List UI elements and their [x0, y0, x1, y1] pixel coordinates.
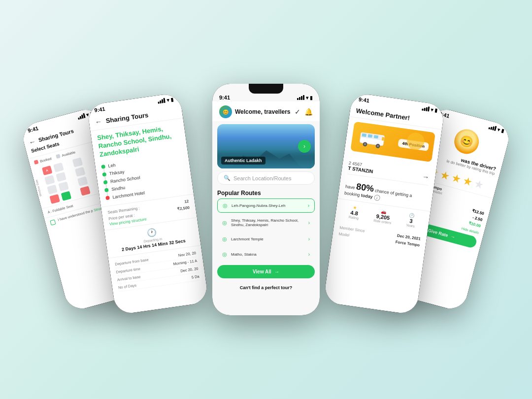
svg-rect-7 — [362, 133, 367, 136]
info-icon[interactable]: i — [373, 195, 380, 201]
route-arrow-3: › — [308, 236, 310, 242]
route-text-4: Matho, Stakna — [231, 252, 304, 257]
battery-right2: ▮ — [500, 128, 505, 133]
stat-rating-label: Rating — [348, 215, 359, 220]
seat-avail-3[interactable] — [53, 163, 64, 172]
center-header-left: 😊 Welcome, travellers — [219, 105, 291, 118]
stop-name-leh: Leh — [108, 163, 116, 168]
check-icon[interactable]: ✓ — [295, 108, 300, 116]
stop-name-sindhu: Sindhu — [111, 185, 126, 192]
wifi-center: ▾ — [306, 95, 308, 100]
svg-rect-8 — [368, 134, 373, 137]
understood-checkbox[interactable] — [50, 220, 56, 226]
star-4[interactable]: ★ — [462, 174, 474, 189]
seat-avail-6[interactable] — [72, 157, 83, 167]
available-dot — [56, 154, 61, 159]
stop-name-thiksay: Thiksay — [109, 169, 125, 176]
time-right1: 9:41 — [358, 96, 369, 103]
back-arrow-left2[interactable]: ← — [95, 117, 102, 126]
stat-years-label: Years — [406, 223, 415, 228]
route-item-4[interactable]: ◎ Matho, Stakna › — [217, 248, 315, 261]
seat-avail-4[interactable] — [56, 172, 66, 182]
center-header: 😊 Welcome, travellers ✓ 🔔 — [212, 101, 320, 121]
route-item-3[interactable]: ◎ Larchmont Temple › — [217, 233, 315, 246]
give-rate-arrow: → — [450, 234, 456, 240]
available-label: Available — [62, 150, 76, 157]
bell-icon[interactable]: 🔔 — [304, 108, 313, 116]
hero-play-button[interactable]: › — [298, 140, 311, 153]
time-left2: 9:41 — [94, 106, 105, 113]
hero-label: Authentic Ladakh — [221, 157, 266, 165]
route-arrow-2: › — [308, 220, 310, 226]
signal-right2 — [488, 124, 497, 131]
give-rate-text: Give Rate — [428, 228, 449, 238]
seat-selected-1[interactable] — [61, 191, 72, 201]
partner-banner: 4th Position — [350, 122, 435, 163]
driver-avatar: 😊 — [451, 127, 481, 157]
today-text: today — [361, 193, 373, 199]
view-all-button[interactable]: View All → — [217, 265, 315, 278]
route-icon-1: ◎ — [223, 202, 228, 209]
status-icons-center: ▾ ▮ — [297, 95, 313, 100]
booked-dot — [34, 160, 39, 165]
stat-orders: 🚗 9,205 Ride orders — [373, 208, 393, 225]
route-text-2: Shey, Thiksay, Hemis, Rancho School, Sin… — [231, 218, 304, 227]
star-2[interactable]: ★ — [438, 168, 451, 183]
stat-rating: ★ 4.8 Rating — [348, 204, 360, 220]
notch-center — [249, 84, 283, 94]
user-avatar: 😊 — [219, 105, 232, 118]
stat-years: 🕐 3 Years — [406, 212, 417, 228]
seat-avail-8[interactable] — [77, 176, 88, 186]
signal-bars-left1 — [77, 113, 86, 120]
seat-booked-3[interactable] — [80, 186, 91, 196]
window-side-label: Window Side — [35, 179, 42, 197]
route-icon-2: ◎ — [222, 220, 227, 226]
wifi-right1: ▾ — [431, 106, 433, 112]
route-text-3: Larchmont Temple — [231, 237, 304, 241]
battery-left2: ▮ — [170, 97, 173, 102]
no-days-val: 5 Da — [191, 274, 200, 279]
route-icon-3: ◎ — [222, 236, 227, 242]
phones-container: 9:41 ▾ ▮ ← Sharing Tours Select Seats — [0, 0, 532, 399]
wifi-right2: ▾ — [497, 127, 501, 133]
seat-avail-7[interactable] — [75, 167, 86, 177]
seat-avail-2[interactable] — [47, 185, 58, 195]
seat-avail-5[interactable] — [58, 181, 69, 191]
seat-booked-2[interactable] — [49, 194, 60, 204]
view-all-text: View All — [253, 269, 271, 274]
arrival-val: Dec 20, 20 — [180, 266, 199, 273]
view-all-arrow: → — [274, 269, 279, 274]
back-arrow-left1[interactable]: ← — [28, 137, 37, 146]
search-bar[interactable]: 🔍 Search Location/Routes — [217, 171, 315, 185]
chance-pct: 80% — [356, 181, 374, 194]
svg-rect-9 — [374, 135, 379, 138]
sharing-tours-title: Sharing Tours — [105, 111, 149, 124]
partner-arrow[interactable]: → — [422, 172, 430, 181]
star-3[interactable]: ★ — [450, 171, 463, 186]
member-model-label: Model — [338, 232, 350, 237]
phone-main: 9:41 ▾ ▮ 😊 Welcome, travellers ✓ 🔔 — [212, 84, 320, 315]
seat-booked-1[interactable]: A — [42, 166, 53, 175]
no-days-label: No of Days — [118, 283, 136, 290]
star-5[interactable]: ★ — [473, 177, 486, 192]
signal-left2 — [158, 98, 166, 104]
route-item-2[interactable]: ◎ Shey, Thiksay, Hemis, Rancho School, S… — [217, 215, 315, 231]
route-arrow-1: › — [308, 203, 309, 208]
popular-routes-title: Popular Routes — [212, 188, 320, 199]
stop-dot-larchmont — [105, 196, 110, 200]
status-icons-right1: ▾ ▮ — [422, 105, 438, 113]
search-icon: 🔍 — [224, 175, 231, 181]
signal-center — [297, 95, 304, 100]
seat-avail-1[interactable] — [44, 175, 55, 185]
header-icons: ✓ 🔔 — [295, 108, 313, 116]
booked-label: Booked — [39, 157, 52, 163]
partner-contact: 2 4567 T STANZIN — [348, 161, 374, 174]
driver-face: 😊 — [451, 127, 481, 157]
battery-right1: ▮ — [434, 107, 438, 113]
route-item-1[interactable]: ◎ Leh-Pangong-Nubra-Shey-Leh › — [217, 199, 315, 213]
hero-banner: Authentic Ladakh › — [217, 124, 315, 168]
cant-find-text: Can't find a perfect tour? — [212, 282, 320, 293]
departure-base-val: Nov 20, 20 — [178, 251, 196, 258]
search-placeholder: Search Location/Routes — [233, 175, 291, 181]
bus-illustration — [356, 128, 390, 150]
